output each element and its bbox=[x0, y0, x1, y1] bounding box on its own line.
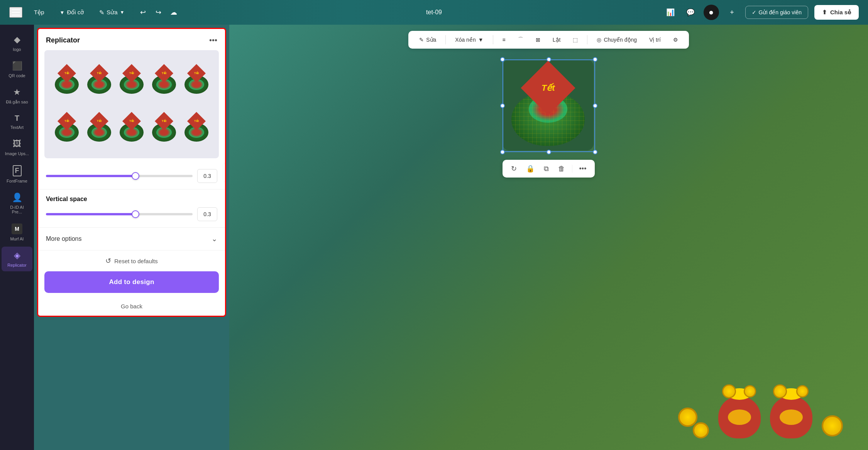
toolbar-divider-1 bbox=[445, 35, 446, 44]
send-teacher-icon: ✓ bbox=[752, 9, 756, 15]
bag-body-2 bbox=[770, 396, 812, 438]
position-button[interactable]: Vị trí bbox=[645, 34, 665, 45]
sidebar-item-fontframe[interactable]: F FontFrame bbox=[2, 161, 32, 187]
bg-decorations bbox=[678, 388, 845, 438]
sidebar-item-textart[interactable]: T TextArt bbox=[2, 110, 32, 134]
tet-text: Tết bbox=[541, 84, 555, 92]
sidebar-item-did-ai[interactable]: 👤 D-ID AI Pre... bbox=[2, 189, 32, 218]
send-teacher-button[interactable]: ✓ Gửi đến giáo viên bbox=[745, 6, 808, 19]
crop-button[interactable]: ⊠ bbox=[531, 34, 545, 45]
flip-button[interactable]: Lật bbox=[548, 34, 565, 45]
transparent-button[interactable]: ⬚ bbox=[568, 34, 582, 45]
edit-button[interactable]: ✎ Sửa ▼ bbox=[95, 7, 128, 19]
panel-collapse-button[interactable]: ‹ bbox=[223, 164, 226, 181]
sidebar-item-image-ups[interactable]: 🖼 Image Ups... bbox=[2, 135, 32, 160]
copy-icon: ⧉ bbox=[544, 165, 549, 173]
slider2-value[interactable]: 0.3 bbox=[197, 207, 217, 221]
more-actions-icon: ••• bbox=[579, 165, 587, 173]
stats-button[interactable]: 📊 bbox=[663, 5, 677, 19]
logo-icon: ◆ bbox=[14, 35, 20, 45]
delete-icon: 🗑 bbox=[558, 165, 565, 173]
panel-menu-icon: ••• bbox=[209, 36, 217, 45]
format-button[interactable]: ▼ Đổi cỡ bbox=[56, 7, 88, 18]
go-back-row[interactable]: Go back bbox=[38, 299, 225, 316]
edit-toolbar-label: Sửa bbox=[426, 37, 436, 43]
reset-row[interactable]: ↺ Reset to defaults bbox=[38, 252, 225, 271]
cloud-button[interactable]: ☁ bbox=[167, 5, 181, 19]
share-icon: ⬆ bbox=[822, 9, 827, 16]
handle-bottom-right[interactable] bbox=[593, 150, 597, 154]
handle-top-right[interactable] bbox=[593, 57, 597, 62]
handle-bottom-left[interactable] bbox=[500, 150, 505, 154]
handle-bottom-mid[interactable] bbox=[547, 150, 551, 154]
align-icon: ≡ bbox=[503, 37, 506, 43]
style-button[interactable]: ⚙ bbox=[668, 34, 683, 45]
handle-mid-right[interactable] bbox=[593, 103, 597, 108]
divider-2 bbox=[38, 227, 225, 228]
add-to-design-button[interactable]: Add to design bbox=[44, 271, 219, 293]
sidebar-item-starred[interactable]: ★ Đã gắn sao bbox=[2, 83, 32, 108]
slider2-thumb[interactable] bbox=[132, 210, 139, 218]
toolbar-divider-2 bbox=[493, 35, 493, 44]
slider1-value[interactable]: 0.3 bbox=[197, 169, 217, 183]
sidebar-item-qr-code[interactable]: ⬛ QR code bbox=[2, 57, 32, 82]
more-options-row[interactable]: More options ⌄ bbox=[38, 229, 225, 249]
preview-item-6: Tết bbox=[52, 106, 81, 151]
edit-toolbar-button[interactable]: ✎ Sửa bbox=[415, 34, 441, 45]
style-icon: ⚙ bbox=[673, 37, 678, 43]
canvas-element-container[interactable]: Tết bbox=[503, 59, 595, 152]
top-coin-4 bbox=[796, 385, 809, 398]
share-button[interactable]: ⬆ Chia sẻ bbox=[814, 5, 859, 20]
copy-button[interactable]: ⧉ bbox=[541, 163, 551, 174]
slider1-row: 0.3 bbox=[46, 169, 217, 183]
corner-button[interactable]: ⌒ bbox=[513, 34, 528, 46]
handle-top-left[interactable] bbox=[500, 57, 505, 62]
sidebar: ◆ logo ⬛ QR code ★ Đã gắn sao T TextArt … bbox=[0, 25, 34, 450]
canvas-area: ✎ Sửa Xóa nền ▼ ≡ ⌒ ⊠ Lật ⬚ bbox=[229, 25, 868, 450]
redo-button[interactable]: ↪ bbox=[151, 5, 165, 19]
slider1-thumb[interactable] bbox=[132, 172, 139, 180]
top-coin-1 bbox=[722, 384, 736, 398]
lock-button[interactable]: 🔒 bbox=[524, 163, 537, 174]
handle-mid-left[interactable] bbox=[500, 103, 505, 108]
file-menu-button[interactable]: Tệp bbox=[30, 7, 48, 18]
more-actions-button[interactable]: ••• bbox=[577, 163, 589, 174]
topbar: Tệp ▼ Đổi cỡ ✎ Sửa ▼ ↩ ↪ ☁ tet-09 📊 bbox=[0, 0, 868, 25]
sidebar-item-replicator[interactable]: ◈ Replicator bbox=[2, 247, 32, 271]
align-button[interactable]: ≡ bbox=[498, 34, 510, 45]
hamburger-button[interactable] bbox=[9, 7, 22, 18]
coin-3 bbox=[822, 415, 843, 436]
replicator-panel: Replicator ••• Tết bbox=[37, 28, 226, 317]
main-layout: ◆ logo ⬛ QR code ★ Đã gắn sao T TextArt … bbox=[0, 25, 868, 450]
panel-menu-button[interactable]: ••• bbox=[209, 36, 217, 45]
sidebar-item-logo[interactable]: ◆ logo bbox=[2, 31, 32, 56]
bag-shine-2 bbox=[780, 409, 803, 425]
preview-item-5: Tết bbox=[182, 58, 211, 103]
remove-bg-button[interactable]: Xóa nền ▼ bbox=[450, 34, 488, 45]
reset-label: Reset to defaults bbox=[114, 258, 158, 264]
remove-bg-icon: ▼ bbox=[478, 37, 484, 43]
top-coin-3 bbox=[773, 384, 787, 398]
chevron-down-icon: ⌄ bbox=[212, 235, 217, 243]
delete-button[interactable]: 🗑 bbox=[556, 163, 567, 174]
undo-button[interactable]: ↩ bbox=[136, 5, 150, 19]
divider-1 bbox=[38, 189, 225, 189]
topbar-left: Tệp ▼ Đổi cỡ ✎ Sửa ▼ ↩ ↪ ☁ bbox=[9, 5, 288, 19]
sidebar-item-label: Murf AI bbox=[10, 237, 24, 241]
slider1-section: 0.3 bbox=[38, 164, 225, 188]
coin-2 bbox=[693, 422, 709, 438]
action-divider bbox=[572, 165, 572, 173]
sidebar-item-label: FontFrame bbox=[7, 179, 27, 183]
slider2-track[interactable] bbox=[46, 213, 193, 215]
fontframe-icon: F bbox=[13, 165, 22, 176]
preview-item-10: Tết bbox=[182, 106, 211, 151]
slider1-track[interactable] bbox=[46, 175, 193, 177]
avatar[interactable]: ● bbox=[704, 5, 719, 20]
sidebar-item-label: TextArt bbox=[10, 125, 24, 130]
sidebar-item-murf-ai[interactable]: M Murf AI bbox=[2, 220, 32, 245]
rotate-button[interactable]: ↻ bbox=[509, 163, 519, 174]
motion-button[interactable]: ◎ Chuyển động bbox=[592, 34, 641, 45]
comment-button[interactable]: 💬 bbox=[684, 5, 697, 19]
sidebar-item-label: Image Ups... bbox=[5, 151, 29, 156]
add-collaborator-button[interactable]: + bbox=[725, 5, 739, 19]
